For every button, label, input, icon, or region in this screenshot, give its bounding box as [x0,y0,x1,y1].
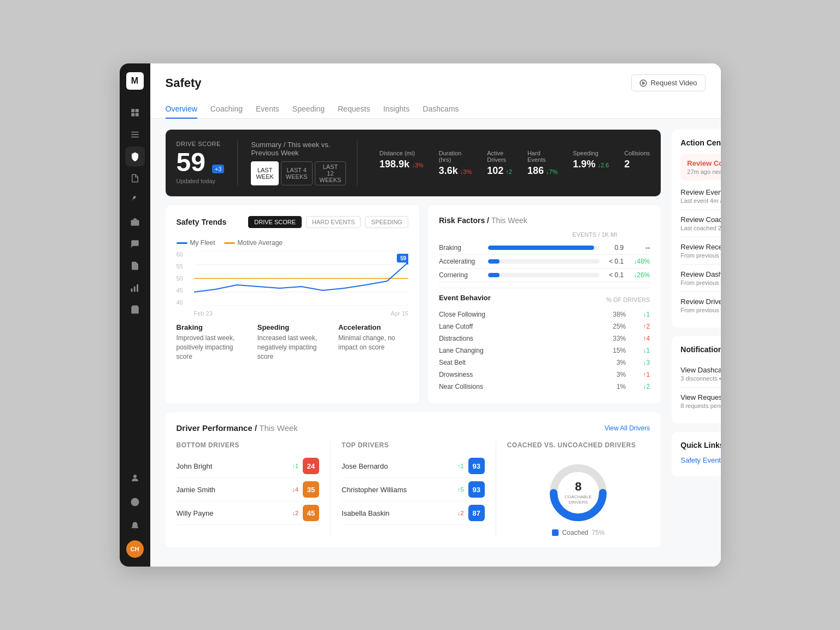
event-lane-cutoff: Lane Cutoff 25% ↑2 [439,320,650,332]
summary-stats: Summary / This week vs. Previous Week LA… [238,141,650,185]
event-close-following: Close Following 38% ↓1 [439,308,650,320]
sidebar-item-reports[interactable] [125,168,145,188]
insight-acceleration: Acceleration Minimal change, no impact o… [338,323,408,361]
sidebar-item-safety[interactable] [125,147,145,166]
svg-rect-2 [131,113,134,116]
trends-risk-row: Safety Trends DRIVE SCORE HARD EVENTS SP… [166,205,661,404]
sidebar-item-documents[interactable] [125,256,145,276]
action-item-review-coachable[interactable]: Review Coachable Events Last coached 2d … [680,210,720,237]
chart-legend: My Fleet Motive Average [177,239,409,247]
sidebar-item-help[interactable] [125,492,145,512]
avatar[interactable]: CH [126,540,144,558]
legend-dot-fleet [177,242,187,244]
svg-rect-9 [133,287,135,292]
main-content: Safety Request Video Overview Coaching E… [150,63,721,567]
bottom-drivers-col: Bottom Drivers John Bright ↑1 24 Jamie S… [177,441,331,536]
quick-link-safety-event-report[interactable]: Safety Event Report [680,456,720,464]
svg-rect-6 [131,137,139,138]
tab-overview[interactable]: Overview [166,100,197,119]
action-center-card: Action Center Review Collision 27m ago n… [672,130,720,328]
notifications-card: Notifications View Dashcam Updates 3 dis… [672,336,720,423]
svg-rect-7 [131,220,139,226]
drive-score-value: 59 [177,149,205,176]
event-behavior-title: Event Behavior [439,294,491,302]
updated-text: Updated today [177,178,225,184]
y-axis-labels: 6055504540 [177,251,192,306]
event-behavior-subtitle: % OF DRIVERS [606,296,650,303]
card-tab-speeding[interactable]: SPEEDING [365,216,408,228]
action-item-review-dashcam[interactable]: Review Dashcam Issues From previous week… [680,265,720,292]
tab-requests[interactable]: Requests [338,100,370,119]
request-video-button[interactable]: Request Video [631,74,705,91]
quick-links-title: Quick Links [680,441,720,450]
tab-coaching[interactable]: Coaching [210,100,243,119]
notif-dashcam-updates[interactable]: View Dashcam Updates 3 disconnects • 2 i… [680,360,720,388]
page-title: Safety [166,76,202,90]
tab-speeding[interactable]: Speeding [292,100,325,119]
stat-items: Distance (mi) 198.9k ↓3% Duration (hrs) … [368,150,650,177]
time-btn-last-4-weeks[interactable]: LAST 4 WEEKS [281,161,313,185]
svg-rect-0 [131,109,134,112]
summary-section-header: Summary / This week vs. Previous Week LA… [251,141,357,185]
sidebar-item-user[interactable] [125,468,145,488]
svg-text:8: 8 [575,480,581,493]
drive-score-section: DRIVE Score 59 +3 Updated today [177,141,238,185]
action-item-review-drivers[interactable]: Review Drivers to Coach From previous we… [680,292,720,319]
header: Safety Request Video Overview Coaching E… [150,63,721,119]
sidebar-item-list[interactable] [125,125,145,144]
notif-requested-videos[interactable]: View Requested Videos 8 requests pending… [680,388,720,415]
tab-dashcams[interactable]: Dashcams [422,100,459,119]
tab-insights[interactable]: Insights [383,100,409,119]
score-badge-isabella: 87 [468,505,485,521]
event-drowsiness: Drowsiness 3% ↑1 [439,369,650,381]
sidebar-item-notifications[interactable] [125,516,145,536]
main-column: DRIVE Score 59 +3 Updated today Summary … [166,130,661,556]
card-tab-hard-events[interactable]: HARD EVENTS [306,216,361,228]
summary-card: DRIVE Score 59 +3 Updated today Summary … [166,130,661,196]
driver-jamie-smith: Jamie Smith ↓4 35 [177,478,320,501]
risk-row-braking: Braking 0.9 -- [439,241,650,255]
collision-alert-subtitle: 27m ago near Fairfield, CA [687,168,720,175]
sidebar-item-messages[interactable] [125,234,145,254]
svg-rect-10 [137,284,138,292]
time-btn-last-12-weeks[interactable]: LAST 12 WEEKS [315,161,346,185]
sidebar-item-shop[interactable] [125,300,145,319]
sidebar-item-dashboard[interactable] [125,103,145,122]
event-lane-changing: Lane Changing 15% ↓1 [439,345,650,357]
driver-willy-payne: Willy Payne ↓2 45 [177,501,320,525]
sidebar-item-analytics[interactable] [125,278,145,298]
stat-speeding: Speeding 1.9% ↓2.6 [573,150,609,177]
time-btn-last-week[interactable]: LAST WEEK [251,161,278,185]
coached-uncoached-col: Coached vs. Uncoached Drivers 8 COACHABL… [507,441,650,536]
svg-marker-16 [643,81,645,84]
risk-row-cornering: Cornering < 0.1 ↓26% [439,269,650,282]
svg-rect-5 [131,134,139,135]
chart-area: 6055504540 [177,251,409,317]
svg-point-14 [134,504,135,504]
card-tab-drive-score[interactable]: DRIVE SCORE [248,216,302,228]
top-drivers-col: Top Drivers Jose Bernardo ↑1 93 Christop… [342,441,496,536]
legend-my-fleet: My Fleet [177,239,215,247]
sidebar-item-assets[interactable] [125,212,145,232]
driver-performance-card: Driver Performance / This Week View All … [166,412,661,547]
request-video-label: Request Video [650,79,697,87]
action-item-review-speeding[interactable]: Review Recent Speeding From previous wee… [680,237,720,265]
score-badge-jamie: 35 [303,481,319,498]
sidebar-item-tools[interactable] [125,190,145,210]
insights-row: Braking Improved last week, positively i… [177,323,409,361]
quick-links-card: Quick Links Safety Event Report [672,432,720,476]
score-badge-jose: 93 [468,458,485,474]
svg-rect-4 [131,132,139,133]
view-all-drivers-link[interactable]: View All Drivers [604,424,650,432]
action-item-review-events[interactable]: Review Events Last event 4m ago 7 [680,183,720,210]
risk-factors-title: Risk Factors / This Week [439,216,650,225]
safety-trends-tabs: DRIVE SCORE HARD EVENTS SPEEDING [248,216,408,228]
tab-events[interactable]: Events [256,100,279,119]
driver-performance-header: Driver Performance / This Week View All … [177,423,650,433]
collision-alert: Review Collision 27m ago near Fairfield,… [680,154,720,180]
svg-point-12 [133,475,137,478]
driver-jose-bernardo: Jose Bernardo ↑1 93 [342,454,485,478]
right-panel: Action Center Review Collision 27m ago n… [672,130,720,556]
event-near-collisions: Near Collisions 1% ↓2 [439,381,650,393]
summary-title: Summary / This week vs. Previous Week [251,141,346,157]
